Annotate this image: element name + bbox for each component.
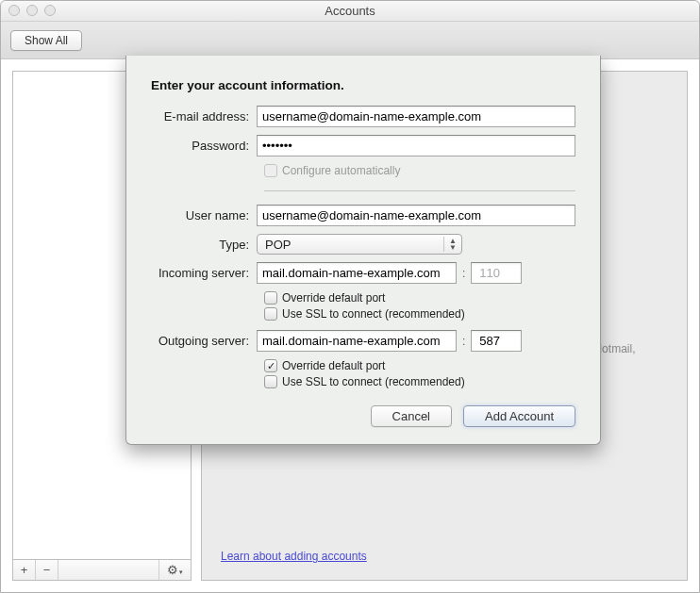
username-label: User name:: [151, 208, 257, 222]
incoming-ssl-checkbox[interactable]: [264, 307, 277, 321]
outgoing-ssl-checkbox[interactable]: [264, 375, 277, 388]
gear-icon: ⚙▾: [167, 563, 183, 577]
learn-link[interactable]: Learn about adding accounts: [221, 549, 367, 565]
configure-auto-row: Configure automatically: [264, 164, 575, 177]
outgoing-override-row: ✓ Override default port: [264, 359, 575, 372]
zoom-icon[interactable]: [44, 5, 56, 16]
incoming-override-checkbox[interactable]: [264, 291, 277, 305]
add-account-button[interactable]: Add Account: [463, 405, 575, 427]
incoming-server-field[interactable]: [257, 262, 457, 284]
colon: :: [462, 335, 465, 348]
incoming-override-row: Override default port: [264, 291, 575, 305]
type-value: POP: [265, 238, 291, 252]
plus-icon: +: [21, 563, 28, 577]
minimize-icon[interactable]: [26, 5, 38, 16]
username-field[interactable]: [257, 205, 575, 226]
account-actions-button[interactable]: ⚙▾: [158, 560, 191, 580]
incoming-override-label: Override default port: [282, 291, 385, 305]
titlebar: Accounts: [1, 1, 699, 22]
configure-auto-label: Configure automatically: [282, 164, 400, 177]
accounts-window: Accounts Show All + − ⚙▾ To get started,…: [0, 0, 700, 593]
sidebar-footer: + − ⚙▾: [12, 560, 192, 581]
chevron-updown-icon: ▲▼: [449, 238, 457, 251]
window-title: Accounts: [325, 4, 375, 18]
outgoing-port-field[interactable]: [471, 330, 522, 352]
outgoing-ssl-row: Use SSL to connect (recommended): [264, 375, 575, 388]
incoming-port-field: [471, 262, 522, 284]
password-field[interactable]: [257, 135, 575, 156]
close-icon[interactable]: [8, 5, 20, 16]
incoming-ssl-row: Use SSL to connect (recommended): [264, 307, 575, 321]
divider: [264, 190, 575, 191]
outgoing-label: Outgoing server:: [151, 334, 257, 348]
email-field[interactable]: [257, 106, 575, 127]
email-label: E-mail address:: [151, 109, 257, 124]
remove-account-button[interactable]: −: [36, 560, 58, 580]
minus-icon: −: [43, 563, 51, 577]
configure-auto-checkbox: [264, 164, 277, 177]
add-account-sheet: Enter your account information. E-mail a…: [125, 56, 601, 445]
type-label: Type:: [151, 238, 257, 252]
sheet-heading: Enter your account information.: [151, 78, 575, 92]
incoming-label: Incoming server:: [151, 266, 257, 280]
outgoing-override-label: Override default port: [282, 359, 385, 372]
outgoing-server-field[interactable]: [257, 330, 457, 352]
outgoing-ssl-label: Use SSL to connect (recommended): [282, 375, 465, 388]
password-label: Password:: [151, 139, 257, 153]
add-account-button[interactable]: +: [13, 560, 36, 580]
type-select[interactable]: POP ▲▼: [257, 234, 462, 255]
traffic-lights: [8, 5, 56, 16]
incoming-ssl-label: Use SSL to connect (recommended): [282, 307, 465, 321]
sheet-buttons: Cancel Add Account: [151, 405, 575, 427]
toolbar: Show All: [1, 22, 699, 59]
outgoing-override-checkbox[interactable]: ✓: [264, 359, 277, 372]
cancel-button[interactable]: Cancel: [371, 405, 452, 427]
colon: :: [462, 267, 465, 280]
show-all-button[interactable]: Show All: [10, 30, 82, 51]
